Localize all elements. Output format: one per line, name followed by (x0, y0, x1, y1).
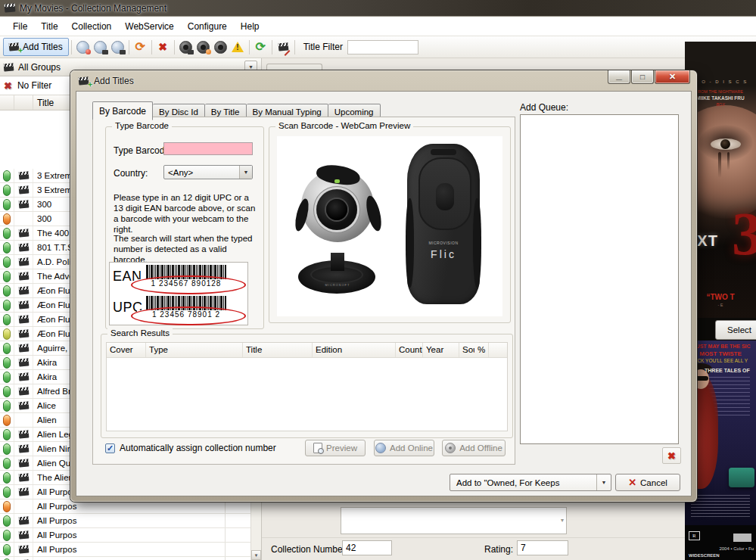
notes-textarea[interactable] (341, 507, 567, 534)
column-header[interactable]: Type (146, 343, 243, 357)
poster-text: 2004 • Color • Fu (719, 546, 754, 551)
film-icon (18, 430, 29, 438)
add-queue-list[interactable] (520, 114, 679, 444)
disc-film-button-2[interactable] (109, 39, 126, 55)
menu-item[interactable]: File (6, 17, 34, 36)
film-icon (18, 473, 29, 481)
cancel-button[interactable]: Cancel (615, 474, 680, 491)
status-cell (0, 456, 14, 470)
status-column-header[interactable] (0, 95, 14, 110)
type-cell (14, 226, 33, 240)
cancel-x-icon (628, 477, 636, 488)
menu-item[interactable]: Help (234, 17, 266, 36)
sync-button[interactable]: ⟳ (252, 39, 269, 55)
close-button[interactable] (655, 70, 690, 84)
type-cell (14, 543, 33, 556)
webcam-led-art (334, 179, 340, 183)
list-item[interactable]: All Purpos (0, 514, 252, 528)
filter-label: No Filter (17, 80, 51, 91)
scroll-down-icon[interactable] (251, 550, 261, 560)
add-to-split-button[interactable]: Add to "Owned, For Keeps (450, 474, 611, 491)
delete-icon: ✖ (158, 42, 167, 52)
list-item[interactable]: All Purpos (0, 528, 252, 543)
column-header[interactable]: Source (459, 343, 474, 357)
add-offline-label: Add Offline (459, 443, 502, 453)
column-header[interactable]: Edition (313, 343, 396, 357)
status-icon (3, 343, 11, 354)
column-header[interactable]: % (474, 343, 489, 357)
toolbar-separator (151, 40, 152, 54)
add-titles-icon (9, 42, 20, 51)
status-icon (3, 415, 11, 426)
list-item[interactable]: All Purpos (0, 543, 252, 557)
disc-dark-film-button[interactable] (177, 39, 194, 55)
update-button[interactable]: ⟳ (132, 39, 149, 55)
film-icon (18, 530, 29, 539)
rating-input[interactable] (517, 540, 568, 555)
dialog-tab[interactable]: By Barcode (92, 101, 153, 120)
list-item[interactable]: All Purpose Cultural Cat Girl Nuku Nuku … (0, 557, 252, 560)
status-icon (3, 400, 11, 412)
poster-tear-art (718, 152, 721, 178)
disc-film-icon-2 (111, 41, 124, 54)
type-cell (14, 384, 33, 398)
delete-button[interactable]: ✖ (154, 39, 172, 55)
column-header[interactable]: Title (243, 343, 313, 357)
disc-dark-plain-button[interactable] (212, 39, 229, 55)
chevron-down-icon[interactable] (596, 474, 611, 490)
minimize-button[interactable] (608, 70, 630, 84)
auto-assign-checkbox[interactable] (105, 443, 115, 453)
ean-sample: EAN 1 234567 890128 (110, 263, 247, 294)
status-icon (3, 501, 11, 512)
menu-item[interactable]: WebService (118, 17, 180, 36)
film-icon (18, 300, 29, 309)
disc-film-button[interactable] (92, 39, 109, 55)
status-icon (3, 185, 11, 196)
column-header[interactable]: Year (423, 343, 459, 357)
queue-delete-button[interactable] (662, 447, 681, 464)
search-results-group: Search Results CoverTypeTitleEditionCoun… (101, 334, 513, 438)
add-online-button[interactable]: Add Online (374, 440, 434, 456)
status-cell (0, 298, 14, 312)
type-cell (14, 255, 33, 269)
type-column-header[interactable] (14, 95, 33, 110)
title-filter-label: Title Filter (303, 42, 343, 52)
status-icon (3, 544, 11, 555)
disc-dark-orange-icon (197, 41, 210, 54)
disc-globe-red-button[interactable] (74, 39, 92, 55)
add-offline-button[interactable]: Add Offline (442, 440, 506, 456)
cancel-label: Cancel (640, 478, 667, 487)
menu-item[interactable]: Configure (181, 17, 234, 36)
search-results-table[interactable]: CoverTypeTitleEditionCountryYearSource% (106, 342, 508, 431)
type-cell (14, 298, 33, 312)
type-cell (14, 485, 33, 499)
disc-dark-film-icon (179, 41, 192, 54)
status-icon (3, 357, 11, 369)
warning-icon (232, 42, 244, 52)
barcode-input[interactable] (163, 142, 253, 155)
column-header[interactable]: Cover (107, 343, 146, 357)
film-icon (18, 372, 29, 381)
status-icon (3, 170, 11, 182)
globe-icon (375, 443, 386, 453)
type-barcode-group: Type Barcode Type Barcode: Country: <Any… (105, 126, 264, 329)
select-button[interactable]: Select (715, 320, 756, 340)
menu-item[interactable]: Collection (65, 17, 119, 36)
preview-button[interactable]: Preview (305, 440, 366, 456)
maximize-button[interactable] (631, 70, 654, 84)
edit-title-button[interactable] (275, 39, 292, 55)
column-header[interactable]: Country (396, 343, 423, 357)
warning-button[interactable] (229, 39, 247, 55)
add-titles-button[interactable]: Add Titles (3, 38, 69, 56)
film-icon (18, 329, 29, 338)
title-cell: All Purpos (33, 528, 226, 542)
chevron-down-icon[interactable] (239, 166, 252, 179)
menu-item[interactable]: Title (34, 17, 64, 36)
country-select[interactable]: <Any> (163, 165, 253, 179)
title-filter-input[interactable] (347, 40, 418, 54)
disc-dark-orange-button[interactable] (194, 39, 212, 55)
search-results-header: CoverTypeTitleEditionCountryYearSource% (107, 343, 507, 358)
collection-number-input[interactable] (342, 540, 392, 555)
status-cell (0, 428, 14, 441)
status-icon (3, 530, 11, 541)
